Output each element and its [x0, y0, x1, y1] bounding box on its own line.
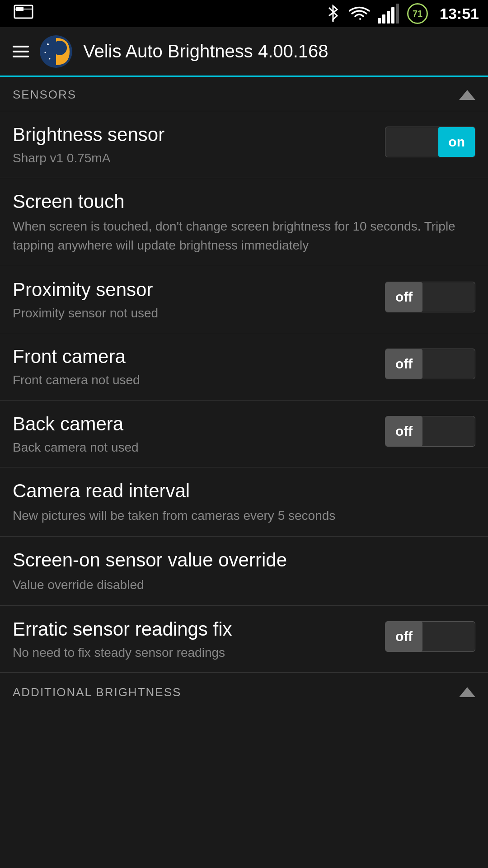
wifi-icon [349, 5, 370, 23]
svg-point-6 [47, 43, 49, 45]
svg-point-8 [49, 58, 51, 59]
app-icon [40, 35, 72, 68]
sensors-section-title: SENSORS [13, 88, 76, 102]
battery-indicator: 71 [407, 3, 428, 24]
proximity-sensor-row: Proximity sensor Proximity sensor not us… [0, 266, 488, 333]
status-bar: 71 13:51 [0, 0, 488, 27]
erratic-sensor-title: Erratic sensor readings fix [13, 618, 376, 640]
svg-point-7 [45, 52, 46, 53]
screen-on-sensor-title: Screen-on sensor value override [13, 549, 475, 571]
status-time: 13:51 [440, 5, 479, 23]
front-camera-subtitle: Front camera not used [13, 371, 376, 389]
notification-area [14, 5, 33, 23]
screen-touch-row: Screen touch When screen is touched, don… [0, 178, 488, 266]
back-camera-title: Back camera [13, 413, 376, 435]
brightness-sensor-toggle-label: on [438, 127, 475, 157]
screen-touch-title: Screen touch [13, 191, 475, 212]
screen-on-sensor-description: Value override disabled [13, 576, 475, 594]
front-camera-toggle[interactable]: off [385, 349, 475, 379]
bluetooth-icon [325, 3, 341, 24]
screen-touch-description: When screen is touched, don't change scr… [13, 217, 475, 255]
hamburger-menu-button[interactable] [13, 46, 29, 57]
erratic-sensor-toggle[interactable]: off [385, 621, 475, 652]
additional-brightness-collapse-button[interactable] [459, 687, 475, 697]
front-camera-title: Front camera [13, 346, 376, 368]
screen-on-sensor-row: Screen-on sensor value override Value ov… [0, 537, 488, 606]
brightness-sensor-toggle[interactable]: on [385, 127, 475, 157]
brightness-sensor-title: Brightness sensor [13, 124, 376, 146]
camera-read-interval-row: Camera read interval New pictures will b… [0, 467, 488, 537]
proximity-sensor-subtitle: Proximity sensor not used [13, 304, 376, 322]
erratic-sensor-subtitle: No need to fix steady sensor readings [13, 644, 376, 661]
erratic-sensor-row: Erratic sensor readings fix No need to f… [0, 606, 488, 673]
svg-rect-2 [16, 7, 23, 11]
svg-point-5 [52, 41, 67, 55]
brightness-sensor-row: Brightness sensor Sharp v1 0.75mA on [0, 111, 488, 178]
sensors-collapse-button[interactable] [459, 90, 475, 100]
settings-content: SENSORS Brightness sensor Sharp v1 0.75m… [0, 77, 488, 708]
brightness-sensor-subtitle: Sharp v1 0.75mA [13, 149, 376, 167]
camera-read-interval-description: New pictures will be taken from cameras … [13, 506, 475, 525]
front-camera-toggle-label: off [385, 349, 422, 379]
back-camera-row: Back camera Back camera not used off [0, 401, 488, 467]
proximity-sensor-toggle-label: off [385, 282, 422, 312]
back-camera-subtitle: Back camera not used [13, 439, 376, 456]
front-camera-row: Front camera Front camera not used off [0, 333, 488, 400]
app-bar: Velis Auto Brightness 4.00.168 [0, 27, 488, 77]
back-camera-toggle[interactable]: off [385, 416, 475, 447]
proximity-sensor-toggle[interactable]: off [385, 282, 475, 312]
sensors-section-header[interactable]: SENSORS [0, 77, 488, 111]
proximity-sensor-title: Proximity sensor [13, 279, 376, 301]
signal-strength-icon [378, 4, 399, 24]
erratic-sensor-toggle-label: off [385, 622, 422, 651]
notification-icon [14, 5, 33, 21]
additional-brightness-section-header[interactable]: ADDITIONAL BRIGHTNESS [0, 673, 488, 708]
camera-read-interval-title: Camera read interval [13, 480, 475, 502]
back-camera-toggle-label: off [385, 416, 422, 446]
additional-brightness-section-title: ADDITIONAL BRIGHTNESS [13, 685, 181, 699]
app-title: Velis Auto Brightness 4.00.168 [83, 41, 328, 61]
